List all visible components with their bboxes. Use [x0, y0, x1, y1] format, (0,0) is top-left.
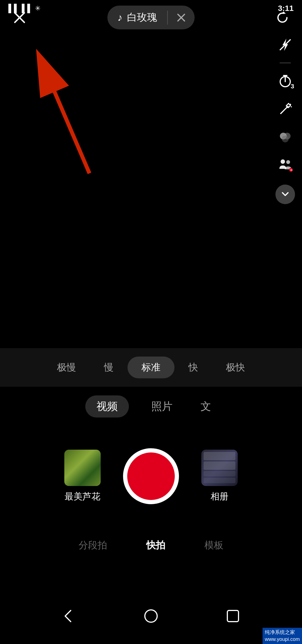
gallery-right-label: 相册: [211, 490, 228, 503]
album-strip-3: [204, 471, 235, 476]
album-strip-1: [204, 452, 235, 460]
capture-button[interactable]: [123, 448, 179, 504]
music-close-button[interactable]: [168, 8, 195, 28]
top-bar: ♪ 白玫瑰: [0, 6, 302, 29]
svg-point-19: [282, 136, 289, 142]
home-button[interactable]: [137, 605, 165, 627]
gallery-item-left: 最美芦花: [64, 450, 101, 503]
refresh-button[interactable]: [271, 6, 294, 29]
album-content: [201, 450, 238, 486]
mode-text[interactable]: 文: [195, 397, 217, 416]
svg-point-15: [288, 103, 289, 104]
recent-video-thumbnail[interactable]: [64, 450, 101, 486]
speed-very-fast[interactable]: 极快: [212, 357, 259, 378]
sub-mode-template[interactable]: 模板: [199, 536, 229, 555]
speed-slow[interactable]: 慢: [90, 357, 128, 378]
speed-very-slow[interactable]: 极慢: [43, 357, 90, 378]
album-thumbnail[interactable]: [201, 450, 238, 486]
speed-normal[interactable]: 标准: [128, 357, 174, 378]
color-filter-button[interactable]: [274, 126, 296, 148]
svg-rect-25: [227, 610, 239, 622]
speed-fast[interactable]: 快: [174, 357, 212, 378]
svg-point-14: [289, 104, 291, 105]
sub-mode-segmented[interactable]: 分段拍: [73, 536, 113, 555]
album-strip-4: [204, 478, 235, 483]
gallery-left-label: 最美芦花: [65, 490, 100, 503]
mode-photo[interactable]: 照片: [146, 397, 178, 416]
svg-point-21: [286, 160, 290, 164]
flash-button[interactable]: [274, 34, 296, 56]
watermark-line2: www.youpi.com: [265, 636, 300, 643]
svg-point-16: [291, 106, 292, 107]
expand-toolbar-button[interactable]: [275, 185, 295, 204]
sub-mode-bar: 分段拍 快拍 模板: [0, 536, 302, 555]
music-note-icon: ♪: [117, 12, 122, 23]
timer-button[interactable]: 3: [274, 70, 296, 92]
mode-video[interactable]: 视频: [85, 395, 129, 417]
thumbnail-image: [64, 450, 101, 486]
magic-button[interactable]: [274, 98, 296, 120]
back-button[interactable]: [55, 605, 83, 627]
svg-text:ON: ON: [290, 169, 292, 171]
close-button[interactable]: [8, 6, 31, 29]
recents-button[interactable]: [219, 605, 247, 627]
bottom-nav: [0, 605, 302, 627]
toolbar-divider-1: [280, 63, 291, 63]
gallery-item-right: 相册: [201, 450, 238, 503]
music-info: ♪ 白玫瑰: [107, 6, 167, 29]
viewfinder: [0, 0, 302, 378]
right-toolbar: 3 ON: [274, 34, 296, 204]
watermark: 纯净系统之家 www.youpi.com: [263, 628, 302, 644]
music-pill[interactable]: ♪ 白玫瑰: [107, 6, 195, 29]
capture-button-inner: [127, 452, 175, 500]
sub-mode-quick[interactable]: 快拍: [141, 536, 171, 555]
speed-selector: 极慢 慢 标准 快 极快: [0, 348, 302, 387]
album-strip-2: [204, 461, 235, 470]
timer-badge: 3: [291, 83, 294, 90]
mode-tabs: 视频 照片 文: [0, 387, 302, 426]
svg-point-20: [281, 159, 285, 164]
music-title: 白玫瑰: [127, 11, 157, 24]
svg-point-24: [145, 610, 157, 622]
portrait-mode-button[interactable]: ON: [274, 154, 296, 176]
capture-area: 最美芦花 相册: [0, 448, 302, 504]
watermark-line1: 纯净系统之家: [265, 629, 300, 636]
